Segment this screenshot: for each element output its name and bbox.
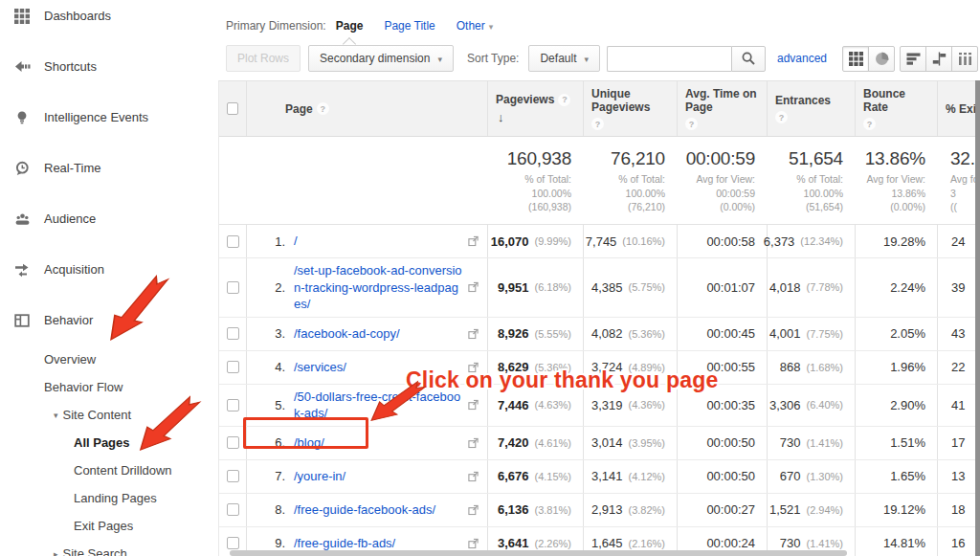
table-row: 2./set-up-facebook-ad-conversion-trackin… — [219, 258, 980, 318]
sidebar-item-intelligence-events[interactable]: Intelligence Events — [0, 92, 218, 143]
row-checkbox[interactable] — [227, 281, 239, 294]
pie-chart-icon — [875, 52, 889, 66]
table-view-button[interactable] — [842, 46, 869, 72]
page-link[interactable]: /youre-in/ — [294, 468, 345, 485]
page-link[interactable]: /facebook-ad-copy/ — [294, 325, 400, 343]
row-checkbox[interactable] — [227, 361, 239, 373]
page-link[interactable]: / — [294, 233, 298, 250]
totals-unique-pageviews: 76,210 % of Total:100.00%(76,210) — [583, 137, 677, 224]
table-grid-icon — [849, 52, 863, 66]
dimension-tab-other[interactable]: Other▾ — [457, 19, 494, 33]
bar-chart-icon — [906, 52, 921, 66]
dimension-tab-page[interactable]: Page — [336, 19, 364, 33]
page-link[interactable]: /free-guide-facebook-ads/ — [294, 501, 435, 519]
column-header-avg-time[interactable]: Avg. Time on Page? — [677, 81, 767, 136]
sidebar-item-content-drilldown[interactable]: Content Drilldown — [0, 456, 218, 484]
sidebar-item-shortcuts[interactable]: Shortcuts — [0, 41, 218, 92]
lightbulb-icon — [13, 110, 31, 125]
comparison-view-button[interactable] — [925, 46, 952, 72]
horizontal-scrollbar-thumb[interactable] — [230, 550, 847, 556]
help-icon[interactable]: ? — [863, 118, 876, 130]
sidebar: Dashboards Shortcuts Intelligence Events… — [0, 0, 218, 556]
sidebar-item-exit-pages[interactable]: Exit Pages — [0, 512, 218, 540]
help-icon[interactable]: ? — [317, 102, 329, 115]
column-header-unique-pageviews[interactable]: Unique Pageviews? — [583, 81, 677, 136]
sidebar-item-landing-pages[interactable]: Landing Pages — [0, 484, 218, 512]
external-link-icon[interactable] — [468, 437, 479, 448]
row-checkbox[interactable] — [227, 470, 239, 482]
main-content: Primary Dimension: Page Page Title Other… — [218, 0, 980, 556]
external-link-icon[interactable] — [468, 282, 479, 293]
ga-all-pages-screen: { "colors": { "link_blue": "#1155cc", "a… — [0, 0, 980, 556]
column-header-bounce-rate[interactable]: Bounce Rate? — [855, 81, 937, 136]
external-link-icon[interactable] — [468, 538, 479, 548]
select-all-checkbox[interactable] — [227, 102, 238, 115]
dimension-tab-page-title[interactable]: Page Title — [384, 19, 434, 33]
column-header-page[interactable]: Page? — [246, 81, 487, 136]
page-link[interactable]: /services/ — [294, 359, 346, 376]
row-checkbox[interactable] — [227, 503, 239, 516]
page-link[interactable]: /free-guide-fb-ads/ — [294, 535, 395, 552]
table-row: 3./facebook-ad-copy/ 8,926(5.55%) 4,082(… — [219, 318, 980, 351]
column-header-pct-exit[interactable]: % Exit — [937, 81, 980, 136]
sidebar-item-audience[interactable]: Audience — [0, 193, 218, 244]
comparison-icon — [932, 52, 947, 66]
sidebar-item-overview[interactable]: Overview — [0, 345, 218, 373]
help-icon[interactable]: ? — [558, 94, 570, 106]
sidebar-item-real-time[interactable]: Real-Time — [0, 143, 218, 193]
realtime-clock-icon — [13, 161, 31, 176]
column-header-entrances[interactable]: Entrances? — [767, 81, 855, 136]
sidebar-item-dashboards[interactable]: Dashboards — [0, 0, 218, 41]
column-header-pageviews[interactable]: Pageviews?↓ — [487, 81, 583, 136]
help-icon[interactable]: ? — [591, 118, 604, 130]
vertical-scrollbar[interactable] — [975, 80, 980, 556]
help-icon[interactable]: ? — [775, 111, 788, 123]
row-checkbox[interactable] — [227, 537, 239, 549]
secondary-dimension-button[interactable]: Secondary dimension▾ — [308, 45, 454, 72]
sidebar-item-label: Audience — [44, 211, 96, 226]
chevron-down-icon: ▾ — [489, 22, 494, 32]
sidebar-item-label: Real-Time — [44, 161, 100, 175]
row-checkbox[interactable] — [227, 436, 239, 449]
chevron-down-icon: ▾ — [437, 55, 442, 64]
external-link-icon[interactable] — [468, 504, 479, 515]
table-header-row: Page? Pageviews?↓ Unique Pageviews? Avg.… — [219, 81, 980, 137]
sort-type-dropdown[interactable]: Default▾ — [528, 45, 600, 72]
behavior-window-icon — [13, 313, 31, 328]
pivot-view-button[interactable] — [951, 46, 978, 72]
row-checkbox[interactable] — [227, 327, 239, 340]
external-link-icon[interactable] — [468, 236, 479, 247]
external-link-icon[interactable] — [468, 400, 479, 411]
data-table: Page? Pageviews?↓ Unique Pageviews? Avg.… — [218, 80, 980, 556]
primary-dimension-bar: Primary Dimension: Page Page Title Other… — [226, 19, 514, 33]
help-icon[interactable]: ? — [685, 118, 698, 130]
performance-view-button[interactable] — [900, 46, 926, 72]
advanced-search-link[interactable]: advanced — [777, 52, 827, 65]
table-row: 1./ 16,070(9.99%) 7,745(10.16%) 00:00:58… — [219, 225, 980, 258]
search-input[interactable] — [607, 46, 731, 72]
sidebar-item-label: Acquisition — [44, 262, 104, 277]
caret-down-icon: ▾ — [54, 411, 58, 420]
totals-pageviews: 160,938 % of Total:100.00%(160,938) — [487, 137, 583, 224]
sidebar-item-label: Shortcuts — [44, 59, 97, 74]
external-link-icon[interactable] — [468, 471, 479, 481]
external-link-icon[interactable] — [468, 328, 479, 339]
totals-pct-exit: 32.1 Avg fo3(( — [937, 137, 980, 224]
row-checkbox[interactable] — [227, 399, 239, 411]
table-row: 8./free-guide-facebook-ads/ 6,136(3.81%)… — [219, 494, 980, 527]
totals-entrances: 51,654 % of Total:100.00%(51,654) — [767, 137, 855, 224]
sort-desc-icon: ↓ — [498, 110, 504, 124]
pivot-icon — [958, 52, 972, 66]
plot-rows-button[interactable]: Plot Rows — [226, 45, 301, 72]
annotation-text: Click on your thank you page — [406, 367, 718, 393]
search-button[interactable] — [731, 46, 766, 72]
row-checkbox[interactable] — [227, 235, 239, 248]
page-link[interactable]: /set-up-facebook-ad-conversion-tracking-… — [294, 262, 462, 313]
report-toolbar: Plot Rows Secondary dimension▾ Sort Type… — [226, 44, 978, 73]
totals-row: 160,938 % of Total:100.00%(160,938) 76,2… — [219, 137, 980, 225]
percentage-view-button[interactable] — [868, 46, 895, 72]
annotation-highlight-box — [243, 417, 368, 449]
acquisition-arrows-icon — [13, 262, 31, 278]
search-icon — [742, 52, 755, 65]
sidebar-item-site-search[interactable]: ▸ Site Search — [0, 540, 218, 556]
